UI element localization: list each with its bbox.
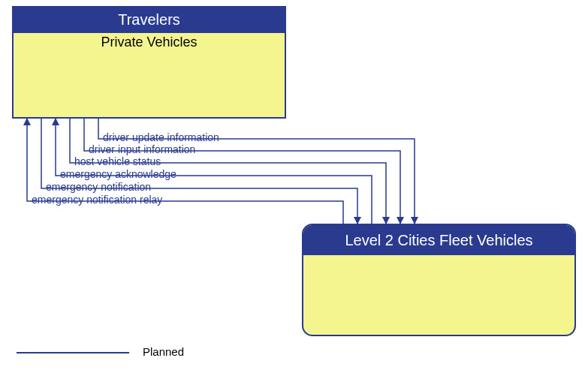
legend-planned-label: Planned [143, 345, 184, 358]
flow-label: emergency acknowledge [60, 168, 176, 180]
entity-level2-fleet-vehicles: Level 2 Cities Fleet Vehicles [302, 224, 576, 336]
legend-planned-line [17, 352, 129, 353]
flow-label: emergency notification relay [32, 194, 162, 206]
entity-private-vehicles: Travelers Private Vehicles [12, 6, 286, 119]
flow-label: driver input information [89, 143, 195, 155]
entity-header: Travelers [14, 8, 285, 33]
entity-header: Level 2 Cities Fleet Vehicles [303, 225, 574, 255]
flow-label: host vehicle status [74, 155, 161, 167]
flow-label: emergency notification [46, 181, 151, 193]
flow-label: driver update information [103, 131, 219, 143]
entity-subtitle: Private Vehicles [14, 33, 285, 50]
